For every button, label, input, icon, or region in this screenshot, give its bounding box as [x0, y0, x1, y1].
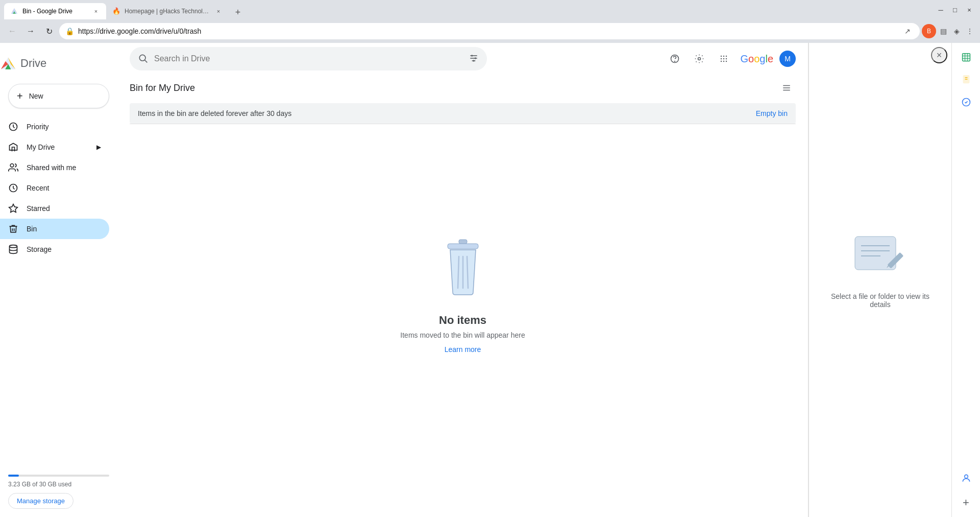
extension-sidebar[interactable]: ▤ [937, 25, 949, 37]
storage-bar-background [8, 475, 109, 477]
close-button[interactable]: × [963, 3, 976, 16]
content-area: Bin for My Drive Items in the bin are de… [117, 70, 808, 517]
sidebar: Drive + New Priority [0, 43, 117, 517]
lock-icon: 🔒 [65, 27, 74, 35]
svg-point-29 [726, 56, 727, 57]
my-drive-icon [8, 142, 18, 152]
top-actions: Google M [665, 49, 796, 69]
drive-logo: Drive [0, 56, 46, 70]
svg-point-34 [723, 61, 725, 62]
svg-point-12 [10, 164, 14, 168]
maximize-button[interactable]: □ [948, 3, 962, 16]
storage-icon [8, 244, 18, 254]
tab-drive-close[interactable]: × [92, 7, 100, 15]
sidebar-item-bin[interactable]: Bin [0, 219, 109, 239]
search-filter-icon[interactable] [469, 53, 479, 65]
browser-tabs: Bin - Google Drive × 🔥 Homepage | gHacks… [4, 0, 932, 19]
trash-svg-icon [437, 239, 488, 300]
minimize-button[interactable]: ─ [934, 3, 947, 16]
empty-state-title: No items [439, 314, 486, 327]
svg-point-16 [139, 55, 145, 61]
forward-button[interactable]: → [22, 23, 39, 39]
search-row: Google M [117, 43, 808, 70]
share-icon[interactable]: ↗ [901, 25, 914, 37]
extension-brave[interactable]: B [922, 24, 936, 38]
sidebar-item-shared-with-me[interactable]: Shared with me [0, 157, 109, 178]
address-bar[interactable]: 🔒 https://drive.google.com/drive/u/0/tra… [59, 23, 920, 39]
svg-point-26 [698, 58, 701, 60]
my-drive-expand-icon: ▶ [96, 144, 101, 151]
starred-icon [8, 203, 18, 214]
header-actions [777, 79, 796, 97]
sidebar-item-bin-label: Bin [27, 225, 37, 233]
svg-point-30 [721, 58, 722, 60]
panel-select-text: Select a file or folder to view its deta… [829, 292, 932, 309]
storage-text: 3.23 GB of 30 GB used [8, 481, 109, 488]
user-avatar[interactable]: M [779, 51, 796, 67]
side-icon-keep[interactable] [956, 69, 976, 90]
empty-bin-button[interactable]: Empty bin [756, 109, 788, 118]
sidebar-item-recent[interactable]: Recent [0, 178, 109, 198]
new-tab-button[interactable]: + [231, 5, 245, 19]
search-bar[interactable] [130, 47, 487, 70]
storage-bar-fill [8, 475, 19, 477]
sidebar-item-my-drive[interactable]: My Drive ▶ [0, 137, 109, 157]
svg-marker-14 [9, 204, 18, 213]
svg-point-32 [726, 58, 727, 60]
url-display: https://drive.google.com/drive/u/0/trash [78, 27, 897, 35]
info-banner-text: Items in the bin are deleted forever aft… [138, 109, 291, 118]
panel-content: Select a file or folder to view its deta… [813, 47, 947, 513]
apps-button[interactable] [714, 49, 734, 69]
svg-line-17 [145, 60, 148, 62]
browser-menu[interactable]: ⋮ [964, 25, 976, 37]
svg-point-25 [675, 61, 675, 62]
address-bar-row: ← → ↻ 🔒 https://drive.google.com/drive/u… [0, 19, 980, 43]
svg-point-35 [726, 61, 727, 62]
back-button[interactable]: ← [4, 23, 20, 39]
extension-wallet[interactable]: ◈ [950, 25, 963, 37]
sidebar-item-starred-label: Starred [27, 204, 50, 213]
svg-point-28 [723, 56, 725, 57]
app-container: Drive + New Priority [0, 43, 980, 517]
side-icon-add[interactable]: + [956, 492, 976, 513]
middle-content: Google M Bin for My Drive [117, 43, 808, 517]
reload-button[interactable]: ↻ [41, 23, 57, 39]
new-button-label: New [29, 92, 43, 100]
recent-icon [8, 183, 18, 193]
list-view-button[interactable] [777, 79, 796, 97]
help-button[interactable] [665, 49, 685, 69]
settings-button[interactable] [689, 49, 709, 69]
side-icon-sheets[interactable] [956, 47, 976, 67]
search-input[interactable] [154, 54, 462, 63]
tab-ghacks-close[interactable]: × [214, 7, 223, 15]
sidebar-item-priority[interactable]: Priority [0, 116, 109, 137]
svg-point-27 [721, 56, 722, 57]
sidebar-item-recent-label: Recent [27, 184, 49, 192]
svg-point-21 [472, 55, 473, 56]
learn-more-link[interactable]: Learn more [445, 345, 481, 354]
new-button[interactable]: + New [8, 84, 109, 108]
sidebar-item-priority-label: Priority [27, 123, 49, 131]
side-icon-tasks[interactable] [956, 92, 976, 112]
sidebar-item-starred[interactable]: Starred [0, 198, 109, 219]
sidebar-nav: Priority My Drive ▶ [0, 116, 117, 260]
extensions-area: B ▤ ◈ ⋮ [922, 24, 976, 38]
empty-state-subtitle: Items moved to the bin will appear here [400, 331, 525, 339]
browser-chrome: Bin - Google Drive × 🔥 Homepage | gHacks… [0, 0, 980, 19]
info-banner: Items in the bin are deleted forever aft… [130, 103, 796, 124]
ghacks-favicon: 🔥 [112, 7, 120, 15]
tab-ghacks[interactable]: 🔥 Homepage | gHacks Technology News × [106, 3, 229, 19]
content-wrapper: Google M Bin for My Drive [117, 43, 980, 517]
sidebar-item-shared-label: Shared with me [27, 163, 76, 172]
manage-storage-button[interactable]: Manage storage [8, 493, 74, 509]
svg-point-23 [473, 60, 474, 61]
tab-drive-title: Bin - Google Drive [22, 8, 88, 15]
panel-illustration-svg [850, 231, 911, 283]
tab-drive[interactable]: Bin - Google Drive × [4, 3, 106, 19]
drive-logo-icon [0, 56, 16, 70]
sidebar-item-storage[interactable]: Storage [0, 239, 109, 260]
right-panel: × Select a file o [808, 43, 951, 517]
panel-close-button[interactable]: × [931, 47, 947, 63]
storage-section: 3.23 GB of 30 GB used Manage storage [0, 471, 117, 513]
side-icon-contacts[interactable] [956, 468, 976, 488]
